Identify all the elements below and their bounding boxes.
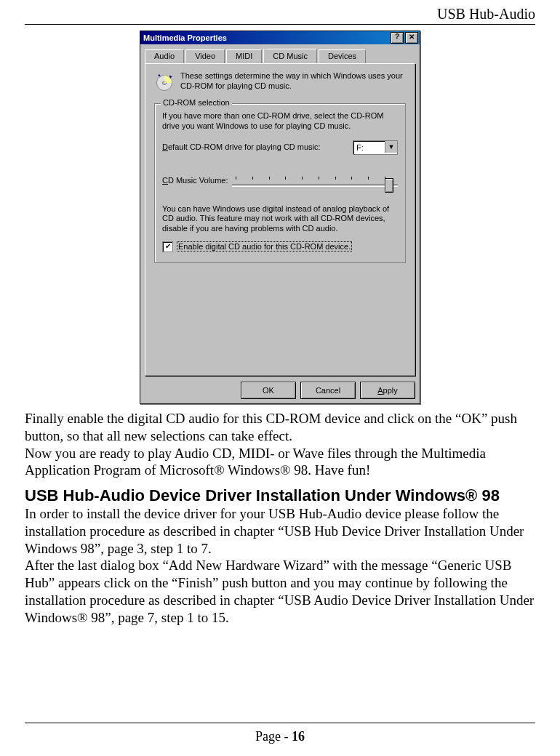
paragraph-4: After the last dialog box “Add New Hardw…: [25, 557, 535, 626]
paragraph-2: Now you are ready to play Audio CD, MIDI…: [25, 445, 535, 480]
dialog-titlebar: Multimedia Properties ? ✕: [140, 31, 420, 44]
dialog-button-row: OK Cancel Apply: [140, 380, 420, 403]
cancel-button[interactable]: Cancel: [300, 382, 356, 399]
dialog-description: These settings determine the way in whic…: [180, 71, 406, 92]
tab-cd-music[interactable]: CD Music: [263, 49, 317, 63]
multimedia-dialog: Multimedia Properties ? ✕ Audio Video MI…: [140, 31, 420, 404]
tab-panel: These settings determine the way in whic…: [145, 63, 415, 376]
digital-checkbox[interactable]: ✔: [162, 241, 173, 252]
group-legend: CD-ROM selection: [161, 98, 232, 107]
page-number: 16: [292, 729, 305, 744]
header-rule: [25, 24, 535, 25]
tab-midi[interactable]: MIDI: [226, 49, 262, 64]
help-button[interactable]: ?: [391, 32, 404, 44]
close-button[interactable]: ✕: [405, 32, 418, 44]
default-drive-value: F:: [356, 143, 364, 152]
chevron-down-icon[interactable]: ▼: [385, 141, 397, 153]
ok-button[interactable]: OK: [241, 382, 296, 399]
tab-devices[interactable]: Devices: [319, 49, 366, 64]
section-heading: USB Hub-Audio Device Driver Installation…: [25, 486, 535, 505]
default-drive-label: Default CD-ROM drive for playing CD musi…: [162, 142, 348, 153]
footer-rule: [25, 723, 535, 723]
volume-slider[interactable]: [232, 174, 398, 188]
tab-audio[interactable]: Audio: [145, 49, 184, 64]
default-drive-combo[interactable]: F: ▼: [353, 140, 398, 155]
tab-video[interactable]: Video: [185, 49, 225, 64]
doc-header: USB Hub-Audio: [25, 6, 535, 24]
group-intro: If you have more than one CD-ROM drive, …: [162, 111, 398, 132]
paragraph-1: Finally enable the digital CD audio for …: [25, 410, 535, 445]
slider-thumb[interactable]: [385, 178, 393, 193]
cd-icon: [154, 73, 175, 93]
volume-label: CD Music Volume:: [162, 176, 228, 186]
cdrom-selection-group: CD-ROM selection If you have more than o…: [154, 103, 406, 263]
footer-label: Page -: [255, 729, 292, 744]
apply-button[interactable]: Apply: [360, 382, 415, 399]
tab-bar: Audio Video MIDI CD Music Devices: [140, 44, 420, 63]
digital-text: You can have Windows use digital instead…: [162, 204, 398, 234]
page-footer: Page - 16: [25, 723, 535, 744]
paragraph-3: In order to install the device driver fo…: [25, 505, 535, 557]
digital-checkbox-label: Enable digital CD audio for this CD-ROM …: [177, 242, 351, 251]
dialog-title: Multimedia Properties: [143, 33, 389, 42]
dialog-figure: Multimedia Properties ? ✕ Audio Video MI…: [25, 31, 535, 404]
